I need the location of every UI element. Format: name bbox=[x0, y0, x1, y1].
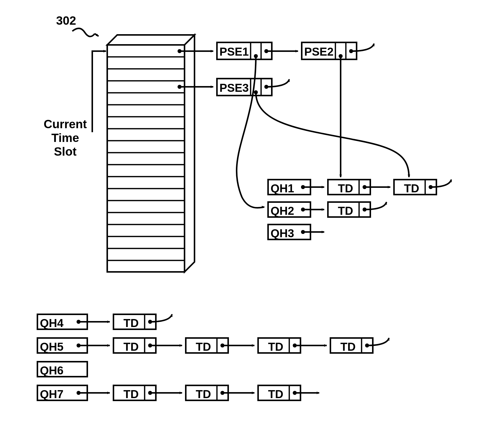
td-label-10: TD bbox=[196, 387, 211, 401]
qh4-label: QH4 bbox=[40, 316, 64, 330]
qh5-label: QH5 bbox=[40, 340, 64, 353]
qh7-label: QH7 bbox=[40, 387, 64, 401]
td-label-6: TD bbox=[196, 340, 211, 353]
td-label-2: TD bbox=[404, 182, 419, 195]
pse1-label: PSE1 bbox=[219, 45, 249, 58]
qh2-label: QH2 bbox=[271, 204, 294, 218]
svg-rect-0 bbox=[107, 45, 185, 272]
td-label-8: TD bbox=[340, 340, 356, 353]
pse2-label: PSE2 bbox=[304, 45, 334, 58]
qh6-label: QH6 bbox=[40, 364, 64, 377]
qh1-label: QH1 bbox=[271, 182, 294, 195]
td-label-1: TD bbox=[338, 182, 353, 195]
td-label-5: TD bbox=[123, 340, 139, 353]
qh3-label: QH3 bbox=[271, 226, 294, 240]
td-label-9: TD bbox=[123, 387, 139, 401]
td-label-3: TD bbox=[338, 204, 353, 218]
td-label-4: TD bbox=[123, 316, 139, 330]
td-label-11: TD bbox=[268, 387, 283, 401]
pse3-label: PSE3 bbox=[219, 81, 249, 95]
current-time-slot-label: Current Time Slot bbox=[44, 117, 87, 159]
td-label-7: TD bbox=[268, 340, 283, 353]
time-slot-array bbox=[107, 35, 195, 272]
diagram-svg bbox=[0, 0, 489, 448]
